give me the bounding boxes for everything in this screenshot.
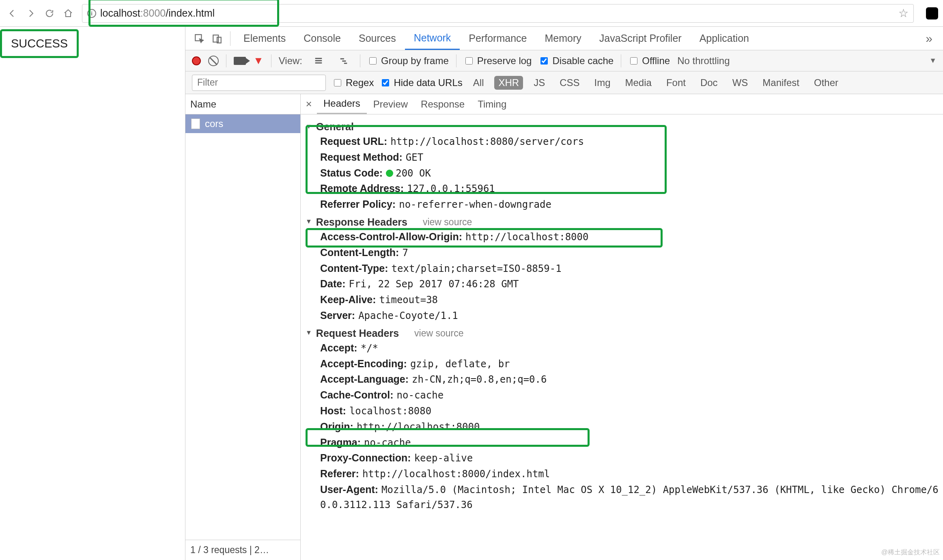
kv-request-url: Request URL:http://localhost:8080/server… <box>301 134 943 149</box>
throttling-select[interactable]: No throttling <box>677 55 730 67</box>
svg-rect-5 <box>315 62 322 63</box>
screenshot-icon[interactable] <box>234 57 246 65</box>
inspect-element-icon[interactable] <box>190 30 208 47</box>
type-manifest[interactable]: Manifest <box>758 76 803 90</box>
request-row-cors[interactable]: cors <box>185 114 300 133</box>
kv-content-length: Content-Length:7 <box>301 245 943 261</box>
tab-response[interactable]: Response <box>414 94 471 114</box>
kv-referrer-policy: Referrer Policy:no-referrer-when-downgra… <box>301 196 943 212</box>
type-js[interactable]: JS <box>530 76 549 90</box>
separator <box>230 31 230 46</box>
tab-performance[interactable]: Performance <box>460 27 536 50</box>
separator <box>360 54 360 67</box>
section-header-general[interactable]: ▼General <box>301 120 943 134</box>
clear-button[interactable] <box>208 56 219 66</box>
kv-user-agent: User-Agent:Mozilla/5.0 (Macintosh; Intel… <box>301 482 943 513</box>
svg-rect-6 <box>340 58 344 59</box>
svg-rect-7 <box>342 60 346 62</box>
separator <box>226 54 226 67</box>
large-rows-icon[interactable] <box>310 52 327 70</box>
tab-preview[interactable]: Preview <box>367 94 414 114</box>
kv-origin: Origin:http://localhost:8000 <box>301 419 943 435</box>
url-text: localhost:8000/index.html <box>100 7 215 19</box>
tab-console[interactable]: Console <box>295 27 350 50</box>
preserve-log-checkbox[interactable]: Preserve log <box>464 55 532 67</box>
devtools-panel: Elements Console Sources Network Perform… <box>185 27 943 560</box>
view-label: View: <box>279 55 302 67</box>
separator <box>271 54 271 67</box>
extension-icon[interactable] <box>926 7 938 19</box>
status-dot-icon <box>386 170 393 177</box>
tab-elements[interactable]: Elements <box>235 27 295 50</box>
waterfall-icon[interactable] <box>335 52 353 70</box>
section-header-request[interactable]: ▼Request Headersview source <box>301 327 943 340</box>
type-ws[interactable]: WS <box>728 76 752 90</box>
hide-data-urls-checkbox[interactable]: Hide data URLs <box>380 77 462 88</box>
forward-button[interactable] <box>24 6 38 21</box>
type-xhr[interactable]: XHR <box>494 76 523 90</box>
network-filter-row: Regex Hide data URLs All XHR JS CSS Img … <box>185 71 943 94</box>
type-other[interactable]: Other <box>810 76 842 90</box>
separator <box>621 54 621 67</box>
back-button[interactable] <box>5 6 19 21</box>
regex-checkbox[interactable]: Regex <box>332 77 374 88</box>
section-header-response[interactable]: ▼Response Headersview source <box>301 215 943 229</box>
svg-rect-4 <box>315 60 322 61</box>
filter-input[interactable] <box>192 75 326 91</box>
tab-application[interactable]: Application <box>691 27 758 50</box>
type-doc[interactable]: Doc <box>696 76 722 90</box>
view-source-link[interactable]: view source <box>423 217 472 228</box>
type-img[interactable]: Img <box>590 76 615 90</box>
kv-request-method: Request Method:GET <box>301 149 943 165</box>
type-media[interactable]: Media <box>621 76 656 90</box>
offline-checkbox[interactable]: Offline <box>629 55 670 67</box>
reload-button[interactable] <box>42 6 57 21</box>
home-button[interactable] <box>61 6 75 21</box>
browser-toolbar: i localhost:8000/index.html ☆ <box>0 0 943 27</box>
kv-content-type: Content-Type:text/plain;charset=ISO-8859… <box>301 261 943 276</box>
kv-accept-language: Accept-Language:zh-CN,zh;q=0.8,en;q=0.6 <box>301 371 943 387</box>
tab-headers[interactable]: Headers <box>317 94 367 114</box>
devtools-tabs: Elements Console Sources Network Perform… <box>185 27 943 50</box>
throttling-dropdown-icon[interactable]: ▼ <box>929 56 937 65</box>
type-font[interactable]: Font <box>662 76 690 90</box>
kv-proxy-connection: Proxy-Connection:keep-alive <box>301 450 943 466</box>
kv-keep-alive: Keep-Alive:timeout=38 <box>301 292 943 308</box>
device-toolbar-icon[interactable] <box>208 30 226 47</box>
tab-timing[interactable]: Timing <box>471 94 513 114</box>
close-detail-button[interactable]: × <box>301 98 317 110</box>
type-css[interactable]: CSS <box>555 76 583 90</box>
kv-cache-control: Cache-Control:no-cache <box>301 387 943 403</box>
view-source-link[interactable]: view source <box>414 328 463 339</box>
kv-acao: Access-Control-Allow-Origin:http://local… <box>301 229 943 245</box>
type-all[interactable]: All <box>469 76 488 90</box>
kv-accept: Accept:*/* <box>301 340 943 356</box>
filter-toggle-icon[interactable]: ▼ <box>253 54 264 67</box>
address-bar[interactable]: i localhost:8000/index.html ☆ <box>82 4 914 23</box>
kv-date: Date:Fri, 22 Sep 2017 07:46:28 GMT <box>301 276 943 292</box>
detail-tabs: × Headers Preview Response Timing <box>301 94 943 114</box>
kv-pragma: Pragma:no-cache <box>301 435 943 450</box>
request-detail-pane: × Headers Preview Response Timing ▼Gener… <box>301 94 943 560</box>
tab-memory[interactable]: Memory <box>536 27 590 50</box>
request-name: cors <box>205 118 223 129</box>
tab-network[interactable]: Network <box>405 27 460 50</box>
tab-js-profiler[interactable]: JavaScript Profiler <box>590 27 691 50</box>
network-toolbar: ▼ View: Group by frame Preserve log Disa… <box>185 50 943 71</box>
page-body-text: SUCCESS <box>0 29 79 58</box>
tab-sources[interactable]: Sources <box>350 27 405 50</box>
page-viewport: SUCCESS <box>0 27 185 560</box>
kv-referer: Referer:http://localhost:8000/index.html <box>301 466 943 482</box>
info-icon[interactable]: i <box>87 9 96 18</box>
svg-rect-8 <box>344 62 347 64</box>
file-icon <box>191 118 200 129</box>
more-tabs-icon[interactable]: » <box>920 32 938 45</box>
kv-accept-encoding: Accept-Encoding:gzip, deflate, br <box>301 356 943 372</box>
column-header-name[interactable]: Name <box>185 94 300 114</box>
record-button[interactable] <box>192 56 201 65</box>
svg-rect-1 <box>213 35 218 42</box>
svg-rect-3 <box>315 58 322 59</box>
group-by-frame-checkbox[interactable]: Group by frame <box>368 55 449 67</box>
disable-cache-checkbox[interactable]: Disable cache <box>539 55 614 67</box>
bookmark-star-icon[interactable]: ☆ <box>898 6 909 20</box>
